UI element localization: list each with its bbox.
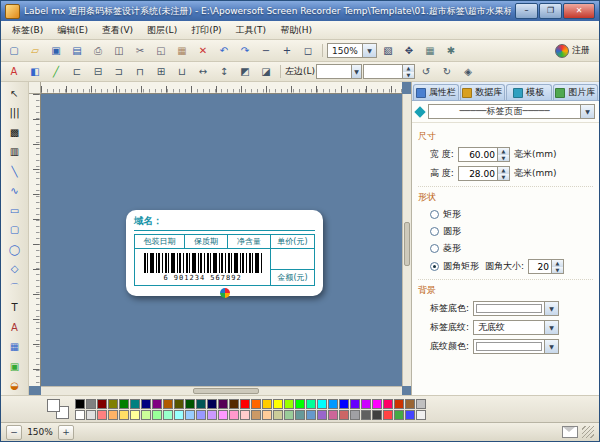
color-swatch[interactable] xyxy=(295,410,305,420)
edge-offset-spinner[interactable]: ▲▼ xyxy=(363,64,415,79)
color-swatch[interactable] xyxy=(240,410,250,420)
color-swatch[interactable] xyxy=(262,399,272,409)
rich-text-tool[interactable]: A xyxy=(3,318,26,337)
width-spinner[interactable]: ▲▼ xyxy=(458,147,510,162)
color-swatch[interactable] xyxy=(350,410,360,420)
page-selector-combobox[interactable]: ─────标签页面───── ▼ xyxy=(428,104,595,119)
chevron-down-icon[interactable]: ▼ xyxy=(362,44,376,57)
color-swatch[interactable] xyxy=(229,399,239,409)
vertical-scrollbar[interactable] xyxy=(402,94,411,386)
save-all-icon[interactable]: ▤ xyxy=(67,42,87,60)
color-swatch[interactable] xyxy=(97,399,107,409)
zoom-out-button[interactable]: − xyxy=(6,425,22,440)
color-swatch[interactable] xyxy=(306,410,316,420)
edge-align-combobox[interactable]: ▼ xyxy=(316,64,362,79)
register-button[interactable]: 注册 xyxy=(549,43,596,59)
align-left-icon[interactable]: ⊏ xyxy=(67,63,87,81)
color-swatch[interactable] xyxy=(75,399,85,409)
vertical-scrollbar-thumb[interactable] xyxy=(404,222,410,266)
curve-tool[interactable]: ∿ xyxy=(3,182,26,201)
color-swatch[interactable] xyxy=(119,399,129,409)
spin-down-icon[interactable]: ▼ xyxy=(498,155,509,162)
bring-front-icon[interactable]: ◩ xyxy=(235,63,255,81)
color-swatch[interactable] xyxy=(328,399,338,409)
new-icon[interactable]: ▢ xyxy=(4,42,24,60)
color-swatch[interactable] xyxy=(372,399,382,409)
menu-item[interactable]: 查看(V) xyxy=(95,22,140,39)
color-swatch[interactable] xyxy=(174,410,184,420)
resize-grip[interactable] xyxy=(582,426,594,438)
barcode-tool[interactable]: ||| xyxy=(3,104,26,123)
same-width-icon[interactable]: ↔ xyxy=(193,63,213,81)
color-swatch[interactable] xyxy=(317,399,327,409)
ellipse-tool[interactable]: ◯ xyxy=(3,240,26,259)
pattern-color-picker[interactable]: ▼ xyxy=(473,339,559,354)
text-tool[interactable]: T xyxy=(3,299,26,318)
foreground-color-swatch[interactable] xyxy=(47,399,60,412)
table-tool[interactable]: ▦ xyxy=(3,338,26,357)
color-swatch[interactable] xyxy=(130,410,140,420)
color-swatch[interactable] xyxy=(405,410,415,420)
zoom-out-icon[interactable]: − xyxy=(256,42,276,60)
print-preview-icon[interactable]: ◫ xyxy=(109,42,129,60)
options-icon[interactable]: ✱ xyxy=(441,42,461,60)
zoom-in-icon[interactable]: + xyxy=(277,42,297,60)
color-swatch[interactable] xyxy=(108,410,118,420)
color-swatch[interactable] xyxy=(218,399,228,409)
color-swatch[interactable] xyxy=(163,399,173,409)
color-swatch[interactable] xyxy=(240,399,250,409)
color-swatch[interactable] xyxy=(339,399,349,409)
color-swatch[interactable] xyxy=(75,410,85,420)
color-swatch[interactable] xyxy=(196,399,206,409)
color-swatch[interactable] xyxy=(251,410,261,420)
line-tool[interactable]: ╲ xyxy=(3,162,26,181)
arc-tool[interactable]: ⌒ xyxy=(3,279,26,298)
current-colors[interactable] xyxy=(47,399,69,419)
fill-color-icon[interactable]: ◧ xyxy=(25,63,45,81)
align-center-icon[interactable]: ⊟ xyxy=(88,63,108,81)
lock-icon[interactable]: ◈ xyxy=(458,63,478,81)
redo-icon[interactable]: ↷ xyxy=(235,42,255,60)
color-swatch[interactable] xyxy=(207,410,217,420)
color-swatch[interactable] xyxy=(416,399,426,409)
pan-icon[interactable]: ✥ xyxy=(399,42,419,60)
color-swatch[interactable] xyxy=(196,410,206,420)
color-swatch[interactable] xyxy=(295,399,305,409)
panel-tab[interactable]: 数据库 xyxy=(460,84,506,100)
canvas-area[interactable]: 域名： 包装日期 保质期 净含量 单价(元) 6 901234 567 xyxy=(29,82,411,395)
color-swatch[interactable] xyxy=(97,410,107,420)
color-swatch[interactable] xyxy=(86,410,96,420)
menu-item[interactable]: 帮助(H) xyxy=(273,22,319,39)
diamond-tool[interactable]: ◇ xyxy=(3,260,26,279)
grid-icon[interactable]: ▦ xyxy=(420,42,440,60)
spin-down-icon[interactable]: ▼ xyxy=(498,174,509,181)
edge-offset-input[interactable] xyxy=(364,65,402,78)
horizontal-scrollbar-thumb[interactable] xyxy=(193,388,259,394)
align-top-icon[interactable]: ⊓ xyxy=(130,63,150,81)
chevron-down-icon[interactable]: ▼ xyxy=(580,105,594,118)
color-swatch[interactable] xyxy=(141,399,151,409)
chevron-down-icon[interactable]: ▼ xyxy=(351,65,361,78)
undo-icon[interactable]: ↶ xyxy=(214,42,234,60)
color-swatch[interactable] xyxy=(273,410,283,420)
color-swatch[interactable] xyxy=(383,399,393,409)
corner-size-input[interactable] xyxy=(529,260,551,273)
rounded-rect-tool[interactable]: ▢ xyxy=(3,221,26,240)
chevron-down-icon[interactable]: ▼ xyxy=(544,302,558,315)
save-icon[interactable]: ▣ xyxy=(46,42,66,60)
design-canvas[interactable]: 域名： 包装日期 保质期 净含量 单价(元) 6 901234 567 xyxy=(41,94,402,386)
color-swatch[interactable] xyxy=(86,399,96,409)
zoom-fit-icon[interactable]: ◻ xyxy=(298,42,318,60)
color-swatch[interactable] xyxy=(394,399,404,409)
chevron-down-icon[interactable]: ▼ xyxy=(544,340,558,353)
color-swatch[interactable] xyxy=(218,410,228,420)
print-icon[interactable]: ⎙ xyxy=(88,42,108,60)
height-input[interactable] xyxy=(459,167,497,180)
menu-item[interactable]: 图层(L) xyxy=(140,22,184,39)
color-swatch[interactable] xyxy=(141,410,151,420)
shape-radio-rectangle[interactable] xyxy=(430,210,439,219)
pattern-combobox[interactable]: 无底纹 ▼ xyxy=(473,320,559,335)
spin-down-icon[interactable]: ▼ xyxy=(552,267,563,274)
delete-icon[interactable]: ✕ xyxy=(193,42,213,60)
maximize-button[interactable]: ❐ xyxy=(539,3,562,19)
